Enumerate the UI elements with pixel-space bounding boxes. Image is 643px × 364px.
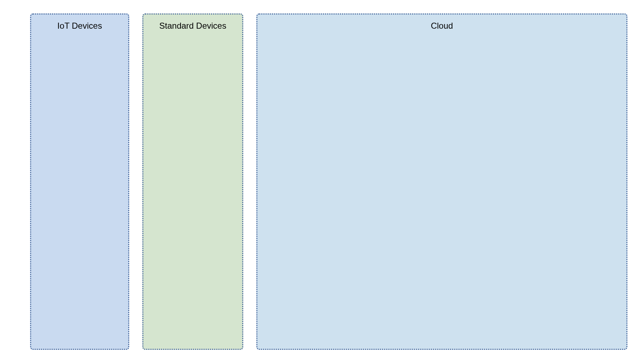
panel-iot-title: IoT Devices: [31, 21, 128, 31]
panel-standard-title: Standard Devices: [143, 21, 242, 31]
panel-iot-devices: IoT Devices: [30, 13, 129, 350]
panel-standard-devices: Standard Devices: [142, 13, 243, 350]
diagram-container: IoT Devices Standard Devices Cloud: [0, 0, 643, 364]
panel-cloud-title: Cloud: [257, 21, 626, 31]
panel-cloud: Cloud: [256, 13, 627, 350]
